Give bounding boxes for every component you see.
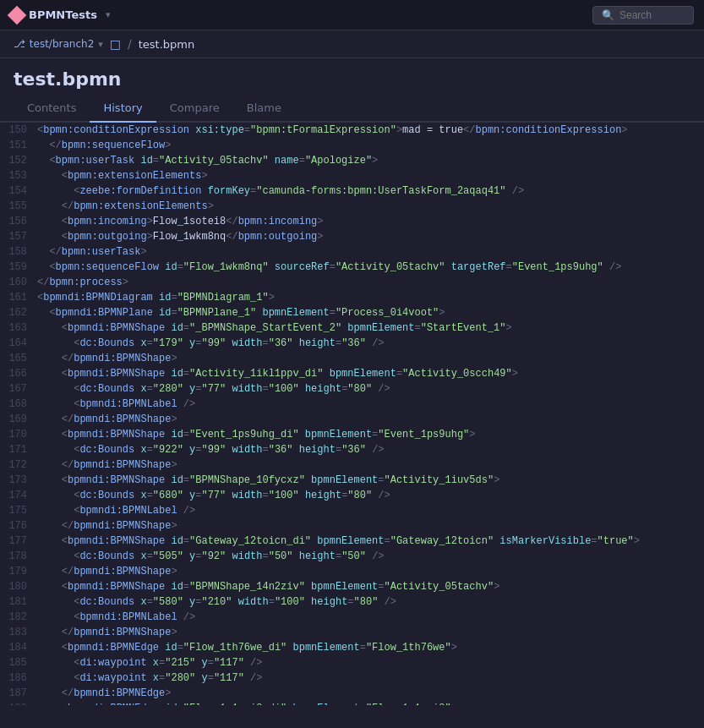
branch-selector[interactable]: ⎇ test/branch2 ▾ <box>14 38 103 50</box>
line-number: 156 <box>0 214 37 229</box>
line-content: <bpmn:userTask id="Activity_05tachv" nam… <box>37 153 704 168</box>
branch-name: test/branch2 <box>30 38 94 50</box>
table-row: 185 <di:waypoint x="215" y="117" /> <box>0 655 704 671</box>
tab-contents[interactable]: Contents <box>14 95 90 123</box>
line-content: <dc:Bounds x="680" y="77" width="100" he… <box>37 488 704 503</box>
line-number: 162 <box>0 305 37 320</box>
line-number: 168 <box>0 397 37 412</box>
table-row: 165 </bpmndi:BPMNShape> <box>0 351 704 366</box>
line-number: 152 <box>0 153 37 168</box>
line-number: 174 <box>0 488 37 503</box>
table-row: 186 <di:waypoint x="280" y="117" /> <box>0 671 704 686</box>
table-row: 181 <dc:Bounds x="580" y="210" width="10… <box>0 594 704 610</box>
table-row: 159 <bpmn:sequenceFlow id="Flow_1wkm8nq"… <box>0 260 704 275</box>
search-icon: 🔍 <box>602 9 614 21</box>
line-number: 175 <box>0 503 37 518</box>
table-row: 177 <bpmndi:BPMNShape id="Gateway_12toic… <box>0 534 704 549</box>
table-row: 188 <bpmndi:BPMNEdge id="Flow_1c1eei8_di… <box>0 701 704 705</box>
table-row: 163 <bpmndi:BPMNShape id="_BPMNShape_Sta… <box>0 320 704 336</box>
line-content: <bpmn:sequenceFlow id="Flow_1wkm8nq" sou… <box>37 260 704 275</box>
line-number: 176 <box>0 518 37 534</box>
app-logo[interactable]: BPMNTests ▾ <box>10 8 110 22</box>
table-row: 154 <zeebe:formDefinition formKey="camun… <box>0 183 704 199</box>
tab-compare[interactable]: Compare <box>156 95 233 123</box>
branch-icon: ⎇ <box>14 38 25 50</box>
line-content: <bpmn:extensionElements> <box>37 168 704 183</box>
project-name: BPMNTests <box>29 8 97 21</box>
line-number: 187 <box>0 686 37 701</box>
line-content: <bpmndi:BPMNLabel /> <box>37 610 704 625</box>
search-input[interactable] <box>619 9 687 21</box>
line-content: <bpmn:conditionExpression xsi:type="bpmn… <box>37 123 704 138</box>
line-content: <bpmndi:BPMNLabel /> <box>37 397 704 412</box>
table-row: 161<bpmndi:BPMNDiagram id="BPMNDiagram_1… <box>0 290 704 305</box>
line-content: <bpmndi:BPMNEdge id="Flow_1c1eei8_di" bp… <box>37 701 704 705</box>
line-content: <bpmndi:BPMNDiagram id="BPMNDiagram_1"> <box>37 290 704 305</box>
line-content: </bpmndi:BPMNShape> <box>37 518 704 534</box>
table-row: 169 </bpmndi:BPMNShape> <box>0 412 704 427</box>
tab-blame[interactable]: Blame <box>233 95 295 123</box>
table-row: 173 <bpmndi:BPMNShape id="BPMNShape_10fy… <box>0 473 704 488</box>
table-row: 153 <bpmn:extensionElements> <box>0 168 704 183</box>
line-number: 161 <box>0 290 37 305</box>
line-content: </bpmndi:BPMNShape> <box>37 412 704 427</box>
topbar: BPMNTests ▾ 🔍 <box>0 0 704 30</box>
line-number: 180 <box>0 579 37 594</box>
line-content: <bpmndi:BPMNLabel /> <box>37 503 704 518</box>
line-content: </bpmn:extensionElements> <box>37 199 704 214</box>
table-row: 183 </bpmndi:BPMNShape> <box>0 625 704 640</box>
search-box[interactable]: 🔍 <box>592 6 694 25</box>
breadcrumb-filename: test.bpmn <box>139 38 195 51</box>
table-row: 160</bpmn:process> <box>0 275 704 290</box>
logo-icon <box>8 5 27 25</box>
line-number: 186 <box>0 671 37 686</box>
page-title: test.bpmn <box>0 58 704 95</box>
table-row: 164 <dc:Bounds x="179" y="99" width="36"… <box>0 336 704 351</box>
table-row: 150<bpmn:conditionExpression xsi:type="b… <box>0 123 704 138</box>
line-content: </bpmndi:BPMNShape> <box>37 457 704 473</box>
table-row: 155 </bpmn:extensionElements> <box>0 199 704 214</box>
line-content: <bpmndi:BPMNShape id="_BPMNShape_StartEv… <box>37 320 704 336</box>
line-number: 163 <box>0 320 37 336</box>
table-row: 167 <dc:Bounds x="280" y="77" width="100… <box>0 381 704 397</box>
line-content: </bpmn:userTask> <box>37 244 704 260</box>
table-row: 172 </bpmndi:BPMNShape> <box>0 457 704 473</box>
line-number: 153 <box>0 168 37 183</box>
line-content: <bpmndi:BPMNShape id="Gateway_12toicn_di… <box>37 534 704 549</box>
line-number: 165 <box>0 351 37 366</box>
tab-history[interactable]: History <box>90 95 156 123</box>
line-number: 182 <box>0 610 37 625</box>
table-row: 168 <bpmndi:BPMNLabel /> <box>0 397 704 412</box>
line-content: <bpmn:outgoing>Flow_1wkm8nq</bpmn:outgoi… <box>37 229 704 244</box>
folder-icon: □ <box>110 37 121 51</box>
line-number: 173 <box>0 473 37 488</box>
line-number: 170 <box>0 427 37 442</box>
line-number: 157 <box>0 229 37 244</box>
line-number: 166 <box>0 366 37 381</box>
line-content: <bpmndi:BPMNEdge id="Flow_1th76we_di" bp… <box>37 640 704 655</box>
branch-chevron-icon[interactable]: ▾ <box>98 39 103 50</box>
table-row: 170 <bpmndi:BPMNShape id="Event_1ps9uhg_… <box>0 427 704 442</box>
table-row: 187 </bpmndi:BPMNEdge> <box>0 686 704 701</box>
table-row: 178 <dc:Bounds x="505" y="92" width="50"… <box>0 549 704 564</box>
code-viewer[interactable]: 150<bpmn:conditionExpression xsi:type="b… <box>0 123 704 705</box>
table-row: 156 <bpmn:incoming>Flow_1sotei8</bpmn:in… <box>0 214 704 229</box>
line-content: </bpmndi:BPMNEdge> <box>37 686 704 701</box>
line-content: <bpmndi:BPMNShape id="Activity_1ikl1ppv_… <box>37 366 704 381</box>
line-number: 164 <box>0 336 37 351</box>
line-number: 172 <box>0 457 37 473</box>
line-number: 179 <box>0 564 37 579</box>
line-number: 171 <box>0 442 37 457</box>
line-content: <bpmn:incoming>Flow_1sotei8</bpmn:incomi… <box>37 214 704 229</box>
line-content: <zeebe:formDefinition formKey="camunda-f… <box>37 183 704 199</box>
line-content: <bpmndi:BPMNShape id="Event_1ps9uhg_di" … <box>37 427 704 442</box>
line-content: <di:waypoint x="280" y="117" /> <box>37 671 704 686</box>
table-row: 175 <bpmndi:BPMNLabel /> <box>0 503 704 518</box>
line-number: 177 <box>0 534 37 549</box>
line-content: <dc:Bounds x="922" y="99" width="36" hei… <box>37 442 704 457</box>
table-row: 171 <dc:Bounds x="922" y="99" width="36"… <box>0 442 704 457</box>
project-chevron-icon[interactable]: ▾ <box>106 9 111 20</box>
line-content: </bpmndi:BPMNShape> <box>37 351 704 366</box>
table-row: 166 <bpmndi:BPMNShape id="Activity_1ikl1… <box>0 366 704 381</box>
line-number: 188 <box>0 701 37 705</box>
